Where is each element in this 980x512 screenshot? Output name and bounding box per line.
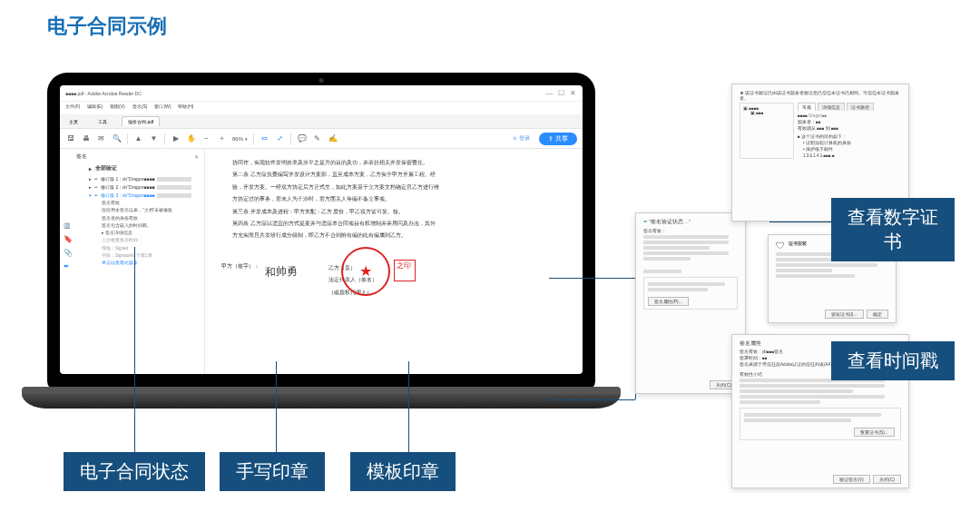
callout-template-seal: 模板印章 [350, 452, 456, 491]
cert-tabs[interactable]: 常规 详细信息 证书路径 [798, 103, 901, 111]
sig-detail: 签名包含嵌入的时间戳。 [102, 223, 199, 229]
laptop-camera-icon [319, 78, 324, 83]
hand-icon[interactable]: ✋ [186, 133, 196, 143]
verify-all[interactable]: ▸全部验证 [89, 164, 199, 172]
sig-detail: 签名有效 [102, 201, 199, 206]
connector-line [769, 222, 831, 222]
tab-tools[interactable]: 工具 [93, 117, 113, 126]
sidebar-rail: ▥ 🔖 📎 ✒ [64, 222, 73, 271]
fit-width-icon[interactable]: ⇔ [260, 133, 270, 143]
connector-line [549, 278, 635, 279]
square-seal-icon: 之印 [394, 260, 416, 281]
attach-icon[interactable]: 📎 [64, 249, 73, 257]
mail-icon[interactable]: ✉ [96, 133, 106, 143]
install-cert-button[interactable]: 安装证书(I)... [825, 310, 864, 319]
connector-line [549, 399, 635, 400]
doc-para: 第四条 乙方应以适宜的方式提案并与适应本合同项目有权增制并采用问及办法，其外 [221, 219, 566, 229]
comment-icon[interactable]: 💬 [297, 133, 307, 143]
zoom-out-icon[interactable]: − [201, 133, 211, 143]
menu-view[interactable]: 视图(V) [110, 103, 125, 113]
callout-view-certificate: 查看数字证 书 [831, 198, 955, 261]
menu-sign[interactable]: 签名(S) [132, 103, 148, 113]
share-button[interactable]: ⇪ 共享 [539, 133, 577, 145]
highlight-icon[interactable]: ✎ [312, 133, 322, 143]
sig-rev-1[interactable]: ▸✒修订版 1：由"Dragon■■■■ [89, 176, 199, 182]
tab-strip: 主页 工具 报价合同.pdf [60, 114, 583, 129]
close-button[interactable]: 关闭(C) [873, 475, 901, 484]
tab-document[interactable]: 报价合同.pdf [122, 116, 160, 126]
party-a-signature: 甲方（签字）： 和帅勇 [221, 261, 298, 282]
sign-icon[interactable]: ✍ [328, 133, 338, 143]
menu-bar[interactable]: 文件(F) 编辑(E) 视图(V) 签名(S) 窗口(W) 帮助(H) [60, 102, 583, 114]
laptop-mockup: ■■■■.pdf - Adobe Acrobat Reader DC — ☐ ✕… [22, 73, 621, 418]
menu-help[interactable]: 帮助(H) [178, 103, 193, 113]
party-b-block: 之印 乙方（盖） 法定代表人（签名） （或授权代理人） [325, 261, 377, 300]
doc-para: 协同作，实现软件发明效率及水平之提升的目的及功，并承担相关开发保密责任。 [221, 158, 566, 168]
min-button[interactable]: — [545, 90, 553, 97]
sig-detail: 现场：Signed [102, 246, 199, 251]
ok-button[interactable]: 确定 [867, 310, 888, 319]
sig-detail: 字段：Signature3 于第1页 [102, 253, 199, 259]
signature-panel-icon[interactable]: ✒ [64, 262, 73, 271]
connector-line [134, 247, 135, 452]
zoom-level[interactable]: 86% [232, 136, 248, 142]
callout-handwritten-seal: 手写印章 [220, 452, 325, 491]
callout-contract-status: 电子合同状态 [64, 452, 205, 491]
dlg-text: 签名有效： [643, 228, 738, 233]
menu-window[interactable]: 窗口(W) [154, 103, 171, 113]
fit-page-icon[interactable]: ⤢ [275, 133, 285, 143]
window-titlebar: ■■■■.pdf - Adobe Acrobat Reader DC — ☐ ✕ [60, 85, 583, 102]
verify-sig-button[interactable]: 验证签名(V) [833, 475, 870, 484]
handwritten-signature: 和帅勇 [265, 261, 299, 282]
connector-line [408, 361, 409, 452]
menu-file[interactable]: 文件(F) [65, 103, 80, 113]
pdf-reader-window: ■■■■.pdf - Adobe Acrobat Reader DC — ☐ ✕… [60, 85, 583, 374]
sig-rev-2[interactable]: ▸✒修订版 2：由"Dragon■■■■ [89, 184, 199, 190]
max-button[interactable]: ☐ [558, 90, 565, 97]
nav-down-icon[interactable]: ▼ [149, 133, 159, 143]
save-icon[interactable]: 🖫 [65, 133, 75, 143]
bookmark-icon[interactable]: 🔖 [64, 235, 73, 243]
sig-detail: 上次检查签名时间： [102, 238, 199, 243]
toolbar: 🖫 🖶 ✉ 🔍 ▲ ▼ ▶ ✋ − + 86% ⇔ ⤢ 💬 ✎ ✍ [60, 129, 583, 149]
view-cert-button[interactable]: 查看证书(S)... [854, 428, 895, 437]
signature-status-dialog: ✒ "签名验证状态…" 签名有效： 签名属性(P)... 关闭(C) [635, 212, 746, 394]
doc-para: 方充实而且共发研行成分级制，即乙方不合则附有编的此有编属则乙方。 [221, 231, 566, 241]
pointer-icon[interactable]: ▶ [171, 133, 181, 143]
sig-detail-head[interactable]: ▸ 签名详细信息 [102, 231, 199, 236]
login-link[interactable]: ⊙ 登录 [513, 134, 530, 143]
page-title: 电子合同示例 [47, 13, 167, 40]
round-seal-icon [341, 247, 390, 296]
doc-para: 第二条 乙方应负责编写开发设计方案部，直至成本方案，乙方实于甲方开展工程。经 [221, 170, 566, 180]
panel-close-icon[interactable]: ✕ [194, 153, 199, 160]
sig-detail: 自应用本签名以来，"文档"未被修改 [102, 208, 199, 213]
document-page: 协同作，实现软件发明效率及水平之提升的目的及功，并承担相关开发保密责任。 第二条… [205, 149, 583, 374]
thumbnails-icon[interactable]: ▥ [64, 222, 73, 230]
tab-home[interactable]: 主页 [64, 117, 83, 126]
close-button[interactable]: ✕ [570, 90, 577, 97]
search-icon[interactable]: 🔍 [112, 133, 122, 143]
sig-rev-3[interactable]: ▾✒修订版 3：由"Dragon■■■■ [89, 192, 199, 198]
menu-edit[interactable]: 编辑(E) [87, 103, 103, 113]
window-title: ■■■■.pdf - Adobe Acrobat Reader DC [65, 91, 142, 96]
print-icon[interactable]: 🖶 [81, 133, 91, 143]
callout-view-timestamp: 查看时间戳 [831, 341, 955, 380]
doc-para: 方协定过的事务，若未人为干涉时，若方面关人等编不备立事项。 [221, 194, 566, 204]
panel-heading: 签名 [76, 153, 87, 161]
doc-para: 第三条 开发成本及进程：甲方支配：乙方 度份，甲乙双方皆可复。核。 [221, 207, 566, 217]
sig-props-button[interactable]: 签名属性(P)... [648, 297, 689, 306]
connector-line [276, 361, 277, 452]
view-version-link[interactable]: 单击以查看此版本 [102, 261, 199, 266]
zoom-in-icon[interactable]: + [217, 133, 227, 143]
signature-panel: 签名 ✕ ▸全部验证 ▸✒修订版 1：由"Dragon■■■■ ▸✒修订版 2：… [60, 149, 205, 374]
shield-icon: 🛡 [776, 241, 785, 251]
doc-para: 验，开发方案。一经双方协定后方正式生，如此方案基于立方案文档确定且乙方进行维 [221, 182, 566, 192]
nav-up-icon[interactable]: ▲ [133, 133, 143, 143]
sig-detail: 签名者的身份有效 [102, 216, 199, 222]
